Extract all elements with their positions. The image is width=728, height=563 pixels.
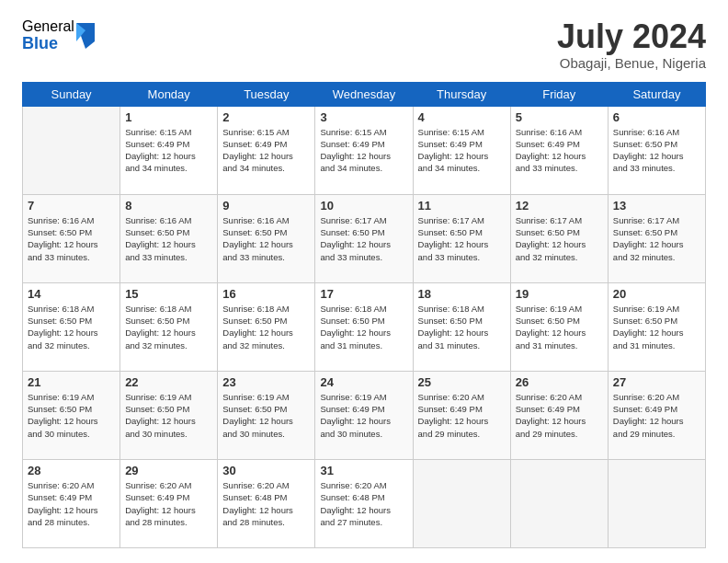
sunset-text: Sunset: 6:50 PM xyxy=(28,315,115,327)
sunrise-text: Sunrise: 6:20 AM xyxy=(613,391,700,403)
daylight-line2: and 30 minutes. xyxy=(125,428,212,440)
daylight-line1: Daylight: 12 hours xyxy=(320,415,407,427)
day-info: Sunrise: 6:16 AMSunset: 6:50 PMDaylight:… xyxy=(125,214,212,263)
sunrise-text: Sunrise: 6:15 AM xyxy=(418,126,506,138)
day-number: 5 xyxy=(516,110,603,124)
daylight-line2: and 31 minutes. xyxy=(418,339,506,351)
header-friday: Friday xyxy=(510,82,608,106)
day-info: Sunrise: 6:20 AMSunset: 6:49 PMDaylight:… xyxy=(125,479,212,528)
sunrise-text: Sunrise: 6:20 AM xyxy=(222,479,310,491)
daylight-line2: and 28 minutes. xyxy=(222,516,310,528)
day-number: 28 xyxy=(28,464,115,477)
calendar-cell: 17Sunrise: 6:18 AMSunset: 6:50 PMDayligh… xyxy=(315,282,413,371)
calendar-cell: 23Sunrise: 6:19 AMSunset: 6:50 PMDayligh… xyxy=(218,371,315,459)
daylight-line2: and 34 minutes. xyxy=(222,162,310,174)
calendar-cell xyxy=(510,459,608,547)
sunrise-text: Sunrise: 6:19 AM xyxy=(125,391,212,403)
day-info: Sunrise: 6:20 AMSunset: 6:48 PMDaylight:… xyxy=(320,479,407,528)
day-info: Sunrise: 6:15 AMSunset: 6:49 PMDaylight:… xyxy=(320,126,407,175)
day-number: 14 xyxy=(28,287,115,301)
calendar-cell: 25Sunrise: 6:20 AMSunset: 6:49 PMDayligh… xyxy=(413,371,510,459)
calendar-cell: 31Sunrise: 6:20 AMSunset: 6:48 PMDayligh… xyxy=(315,459,413,547)
daylight-line2: and 29 minutes. xyxy=(516,428,603,440)
calendar-week-1: 1Sunrise: 6:15 AMSunset: 6:49 PMDaylight… xyxy=(23,106,706,194)
sunset-text: Sunset: 6:50 PM xyxy=(222,315,310,327)
day-info: Sunrise: 6:18 AMSunset: 6:50 PMDaylight:… xyxy=(418,303,506,351)
sunrise-text: Sunrise: 6:17 AM xyxy=(418,214,506,226)
daylight-line1: Daylight: 12 hours xyxy=(28,238,115,250)
daylight-line2: and 33 minutes. xyxy=(613,162,700,174)
calendar-cell: 19Sunrise: 6:19 AMSunset: 6:50 PMDayligh… xyxy=(510,282,608,371)
day-number: 1 xyxy=(125,110,212,124)
calendar-cell: 12Sunrise: 6:17 AMSunset: 6:50 PMDayligh… xyxy=(510,194,608,282)
sunset-text: Sunset: 6:50 PM xyxy=(222,226,310,238)
calendar-cell: 26Sunrise: 6:20 AMSunset: 6:49 PMDayligh… xyxy=(510,371,608,459)
day-number: 20 xyxy=(613,287,700,301)
page: General Blue July 2024 Obagaji, Benue, N… xyxy=(0,0,728,563)
daylight-line2: and 31 minutes. xyxy=(613,339,700,351)
day-number: 12 xyxy=(516,199,603,213)
sunrise-text: Sunrise: 6:18 AM xyxy=(418,303,506,315)
sunset-text: Sunset: 6:50 PM xyxy=(613,315,700,327)
sunrise-text: Sunrise: 6:19 AM xyxy=(516,303,603,315)
daylight-line2: and 34 minutes. xyxy=(125,162,212,174)
header-wednesday: Wednesday xyxy=(315,82,413,106)
day-info: Sunrise: 6:19 AMSunset: 6:50 PMDaylight:… xyxy=(125,391,212,440)
day-number: 31 xyxy=(320,464,407,477)
daylight-line2: and 34 minutes. xyxy=(418,162,506,174)
calendar-cell: 30Sunrise: 6:20 AMSunset: 6:48 PMDayligh… xyxy=(218,459,315,547)
day-number: 23 xyxy=(222,375,310,389)
day-number: 24 xyxy=(320,375,407,389)
sunset-text: Sunset: 6:49 PM xyxy=(320,403,407,415)
header-tuesday: Tuesday xyxy=(218,82,315,106)
day-info: Sunrise: 6:15 AMSunset: 6:49 PMDaylight:… xyxy=(418,126,506,175)
calendar-cell: 29Sunrise: 6:20 AMSunset: 6:49 PMDayligh… xyxy=(120,459,218,547)
daylight-line1: Daylight: 12 hours xyxy=(516,238,603,250)
sunrise-text: Sunrise: 6:19 AM xyxy=(28,391,115,403)
sunset-text: Sunset: 6:49 PM xyxy=(28,491,115,503)
daylight-line2: and 31 minutes. xyxy=(516,339,603,351)
sunset-text: Sunset: 6:49 PM xyxy=(516,138,603,150)
day-number: 29 xyxy=(125,464,212,477)
calendar-cell xyxy=(413,459,510,547)
daylight-line1: Daylight: 12 hours xyxy=(222,504,310,516)
daylight-line2: and 30 minutes. xyxy=(320,428,407,440)
daylight-line1: Daylight: 12 hours xyxy=(28,327,115,339)
sunset-text: Sunset: 6:50 PM xyxy=(320,226,407,238)
sunset-text: Sunset: 6:50 PM xyxy=(320,315,407,327)
calendar-cell: 24Sunrise: 6:19 AMSunset: 6:49 PMDayligh… xyxy=(315,371,413,459)
day-number: 7 xyxy=(28,199,115,213)
day-number: 13 xyxy=(613,199,700,213)
daylight-line2: and 32 minutes. xyxy=(222,339,310,351)
calendar-cell: 1Sunrise: 6:15 AMSunset: 6:49 PMDaylight… xyxy=(120,106,218,194)
sunrise-text: Sunrise: 6:15 AM xyxy=(320,126,407,138)
day-info: Sunrise: 6:20 AMSunset: 6:48 PMDaylight:… xyxy=(222,479,310,528)
sunset-text: Sunset: 6:50 PM xyxy=(613,138,700,150)
day-info: Sunrise: 6:20 AMSunset: 6:49 PMDaylight:… xyxy=(613,391,700,440)
logo-general: General xyxy=(22,18,74,35)
day-number: 17 xyxy=(320,287,407,301)
calendar-cell: 22Sunrise: 6:19 AMSunset: 6:50 PMDayligh… xyxy=(120,371,218,459)
daylight-line2: and 29 minutes. xyxy=(418,428,506,440)
day-info: Sunrise: 6:15 AMSunset: 6:49 PMDaylight:… xyxy=(125,126,212,175)
header-thursday: Thursday xyxy=(413,82,510,106)
header: General Blue July 2024 Obagaji, Benue, N… xyxy=(22,18,706,71)
calendar-cell: 3Sunrise: 6:15 AMSunset: 6:49 PMDaylight… xyxy=(315,106,413,194)
title-section: July 2024 Obagaji, Benue, Nigeria xyxy=(557,18,706,71)
daylight-line2: and 33 minutes. xyxy=(516,162,603,174)
sunrise-text: Sunrise: 6:20 AM xyxy=(418,391,506,403)
day-info: Sunrise: 6:19 AMSunset: 6:50 PMDaylight:… xyxy=(613,303,700,351)
day-info: Sunrise: 6:18 AMSunset: 6:50 PMDaylight:… xyxy=(28,303,115,351)
sunrise-text: Sunrise: 6:20 AM xyxy=(320,479,407,491)
sunset-text: Sunset: 6:48 PM xyxy=(320,491,407,503)
daylight-line1: Daylight: 12 hours xyxy=(613,150,700,162)
daylight-line1: Daylight: 12 hours xyxy=(516,327,603,339)
daylight-line2: and 33 minutes. xyxy=(320,251,407,263)
calendar-week-2: 7Sunrise: 6:16 AMSunset: 6:50 PMDaylight… xyxy=(23,194,706,282)
sunrise-text: Sunrise: 6:17 AM xyxy=(613,214,700,226)
day-info: Sunrise: 6:19 AMSunset: 6:50 PMDaylight:… xyxy=(222,391,310,440)
day-number: 10 xyxy=(320,199,407,213)
sunrise-text: Sunrise: 6:20 AM xyxy=(516,391,603,403)
sunrise-text: Sunrise: 6:18 AM xyxy=(320,303,407,315)
calendar-table: SundayMondayTuesdayWednesdayThursdayFrid… xyxy=(22,82,706,548)
